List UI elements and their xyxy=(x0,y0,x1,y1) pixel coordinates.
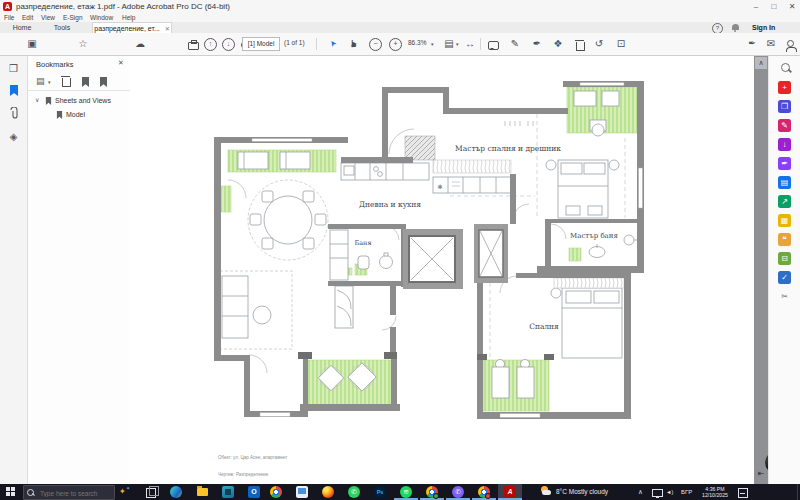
bookmark-options-icon[interactable]: ▤ xyxy=(36,76,45,86)
taskbar-app-chrome-badged[interactable] xyxy=(472,484,496,500)
tab-home[interactable]: Home xyxy=(4,22,40,33)
protect-icon[interactable]: ✓ xyxy=(778,271,791,284)
weather-text[interactable]: 8°C Mostly cloudy xyxy=(556,484,608,500)
comment-icon[interactable] xyxy=(488,41,499,50)
undo-icon[interactable]: ↺ xyxy=(592,37,606,50)
stamp-icon[interactable]: ❖ xyxy=(551,37,565,50)
star-favorites-icon[interactable]: ☆ xyxy=(76,37,90,50)
bookmarks-panel-icon[interactable] xyxy=(10,85,18,96)
taskbar-app-outlook[interactable]: O xyxy=(242,484,266,500)
zoom-out-icon[interactable]: − xyxy=(369,38,382,51)
notification-bell-icon[interactable] xyxy=(732,24,739,30)
tab-close-icon[interactable]: ✕ xyxy=(165,26,170,32)
fill-and-sign-icon[interactable]: ✒ xyxy=(778,157,791,170)
add-tagged-bookmark-icon[interactable] xyxy=(100,77,107,87)
combine-files-icon[interactable]: ❐ xyxy=(778,100,791,113)
window-title: разпределение, етаж 1.pdf - Adobe Acroba… xyxy=(16,2,230,11)
taskbar-app-acrobat[interactable]: A xyxy=(498,484,522,500)
taskbar-app-whatsapp[interactable]: ✆ xyxy=(342,484,366,500)
volume-tray-icon[interactable]: ◄) xyxy=(666,484,673,500)
scan-and-ocr-icon[interactable]: ▦ xyxy=(778,214,791,227)
taskbar-app-chrome[interactable] xyxy=(264,484,288,500)
info-object-line: Обект: ул. Цар Асен, апартамент xyxy=(218,455,287,461)
menu-esign[interactable]: E-Sign xyxy=(63,14,83,21)
create-pdf-icon[interactable]: + xyxy=(778,81,791,94)
menu-window[interactable]: Window xyxy=(90,14,113,21)
menu-help[interactable]: Help xyxy=(122,14,135,21)
zoom-in-icon[interactable]: + xyxy=(389,38,402,51)
delete-bookmark-icon[interactable] xyxy=(62,78,71,87)
bookmark-options-caret-icon[interactable]: ▾ xyxy=(48,79,51,85)
menu-edit[interactable]: Edit xyxy=(22,14,33,21)
fit-width-icon[interactable]: ↔ xyxy=(463,37,477,50)
print-production-icon[interactable]: ⊟ xyxy=(778,252,791,265)
print-icon[interactable] xyxy=(188,42,199,50)
taskbar-app-photos[interactable] xyxy=(290,484,314,500)
taskbar-app-firefox[interactable] xyxy=(316,484,340,500)
taskbar-search[interactable] xyxy=(23,485,115,500)
bookmark-item-model[interactable]: Model xyxy=(28,108,128,121)
language-indicator[interactable]: БГР xyxy=(681,484,692,500)
zoom-level-value[interactable]: 86.3% xyxy=(408,39,426,46)
delete-icon[interactable] xyxy=(576,42,585,51)
send-mail-icon[interactable]: ✉ xyxy=(764,37,778,50)
tray-chevron-icon[interactable]: ∧ xyxy=(638,484,643,500)
layers-icon[interactable]: ◈ xyxy=(7,130,20,143)
scroll-up-icon[interactable]: ∧ xyxy=(755,57,767,69)
vertical-scrollbar[interactable] xyxy=(754,56,768,484)
attachments-paperclip-icon[interactable] xyxy=(8,107,20,120)
user-account-icon[interactable] xyxy=(787,40,794,47)
display-tray-icon[interactable] xyxy=(652,489,663,497)
sign-in-button[interactable]: Sign In xyxy=(752,22,775,33)
hand-tool-icon[interactable]: ☛ xyxy=(347,37,360,51)
task-view-button[interactable] xyxy=(138,484,162,500)
minimize-button[interactable]: – xyxy=(748,1,764,12)
more-tools-icon[interactable]: ✂ xyxy=(778,290,791,303)
menu-view[interactable]: View xyxy=(41,14,55,21)
send-for-review-icon[interactable]: ↗ xyxy=(778,195,791,208)
main-toolbar: ▣ ☆ ☁ ↑ ↓ [1] Model (1 of 1) ➤ ☛ − + 86.… xyxy=(0,33,800,56)
bookmarks-close-icon[interactable]: ✕ xyxy=(118,59,124,67)
snapshot-icon[interactable]: ⊡ xyxy=(614,37,628,50)
previous-page-icon[interactable]: ↑ xyxy=(204,38,217,51)
zoom-dropdown-caret-icon[interactable]: ▾ xyxy=(431,41,434,47)
restore-button[interactable]: □ xyxy=(766,1,782,12)
pencil-annotate-icon[interactable]: ✎ xyxy=(508,37,522,50)
select-tool-icon[interactable]: ➤ xyxy=(324,34,343,53)
next-page-icon[interactable]: ↓ xyxy=(222,38,235,51)
start-button[interactable] xyxy=(0,484,22,500)
taskbar-app-photoshop[interactable]: Ps xyxy=(368,484,392,500)
tab-tools[interactable]: Tools xyxy=(44,22,80,33)
taskbar-app-chrome-profile[interactable] xyxy=(420,484,444,500)
export-pdf-icon[interactable]: ↓ xyxy=(778,138,791,151)
show-desktop-button[interactable] xyxy=(797,484,798,500)
collapse-pane-icon[interactable]: ⇤ xyxy=(755,468,767,480)
taskbar-app-file-explorer[interactable] xyxy=(190,484,214,500)
bookmark-item-sheets-and-views[interactable]: ∨ Sheets and Views xyxy=(28,94,128,107)
share-cloud-icon[interactable]: ☁ xyxy=(133,37,147,50)
search-input[interactable] xyxy=(38,486,112,500)
organize-pages-icon[interactable]: ▤ xyxy=(778,176,791,189)
search-tools-icon[interactable] xyxy=(781,63,790,72)
page-thumbnails-icon[interactable]: ❐ xyxy=(7,62,20,75)
request-signature-icon[interactable]: ✒ xyxy=(745,37,759,50)
edit-pdf-icon[interactable]: ✎ xyxy=(778,119,791,132)
page-indicator-box[interactable]: [1] Model xyxy=(242,37,280,51)
clock[interactable]: 4:36 PM 12/10/2025 xyxy=(698,486,732,498)
menu-file[interactable]: File xyxy=(4,14,14,21)
taskbar-app-viber[interactable]: ✆ xyxy=(446,484,470,500)
fill-sign-icon[interactable]: ✒ xyxy=(530,37,544,50)
taskbar-app-store[interactable] xyxy=(216,484,240,500)
taskbar-app-spotify[interactable]: ≋ xyxy=(394,484,418,500)
page-display-icon[interactable]: ▤ xyxy=(442,37,456,50)
copilot-sparkle-icon[interactable]: ✦ xyxy=(119,487,126,497)
weather-icon[interactable] xyxy=(540,486,552,498)
save-icon[interactable]: ▣ xyxy=(25,37,39,50)
tree-expand-icon[interactable]: ∨ xyxy=(35,94,39,107)
page-display-caret-icon[interactable]: ▾ xyxy=(456,41,459,47)
comment-tool-icon[interactable]: ❝ xyxy=(778,233,791,246)
close-button[interactable]: ✕ xyxy=(784,1,800,12)
action-center-icon[interactable] xyxy=(738,488,748,498)
taskbar-app-edge[interactable] xyxy=(164,484,188,500)
new-bookmark-icon[interactable] xyxy=(82,77,89,87)
